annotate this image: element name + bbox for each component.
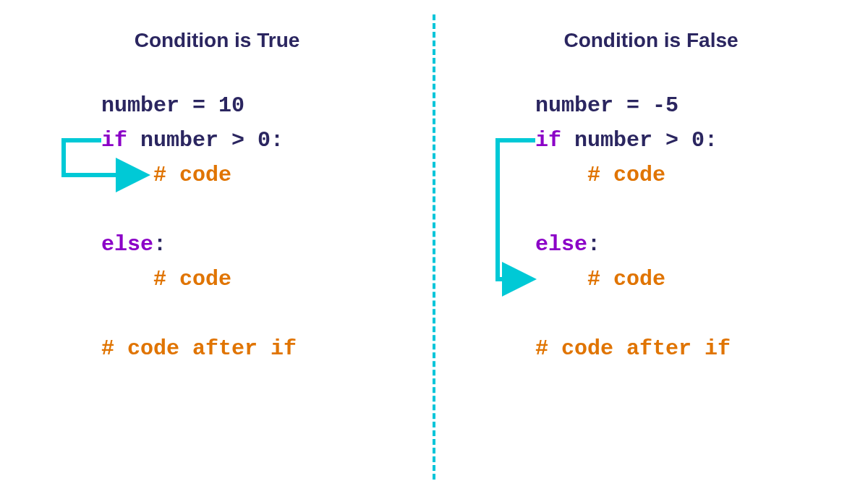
left-line-2: if number > 0: xyxy=(101,123,405,158)
code-text: number > 0: xyxy=(127,128,284,153)
right-heading: Condition is False xyxy=(463,29,839,52)
right-line-5: # code xyxy=(535,262,839,297)
right-line-3: # code xyxy=(535,158,839,192)
left-panel: Condition is True number = 10 if number … xyxy=(0,0,434,494)
keyword-else: else xyxy=(101,232,153,257)
left-line-3: # code xyxy=(101,158,405,192)
code-comment: # code xyxy=(535,163,665,187)
right-line-4: else: xyxy=(535,227,839,262)
keyword-else: else xyxy=(535,232,587,257)
keyword-if: if xyxy=(101,128,127,153)
blank-gap xyxy=(101,192,405,227)
blank-gap xyxy=(535,297,839,331)
code-comment: # code after if xyxy=(101,336,297,361)
left-line-4: else: xyxy=(101,227,405,262)
colon: : xyxy=(587,232,600,257)
code-text: number = 10 xyxy=(101,93,244,118)
right-code: number = -5 if number > 0: # code else: … xyxy=(535,88,839,366)
left-line-6: # code after if xyxy=(101,331,405,366)
left-line-1: number = 10 xyxy=(101,88,405,123)
left-heading: Condition is True xyxy=(29,29,405,52)
keyword-if: if xyxy=(535,128,561,153)
left-code: number = 10 if number > 0: # code else: … xyxy=(101,88,405,366)
diagram-container: Condition is True number = 10 if number … xyxy=(0,0,868,494)
blank-gap xyxy=(101,297,405,331)
colon: : xyxy=(153,232,166,257)
code-comment: # code xyxy=(101,267,231,291)
right-line-6: # code after if xyxy=(535,331,839,366)
left-line-5: # code xyxy=(101,262,405,297)
right-line-2: if number > 0: xyxy=(535,123,839,158)
code-comment: # code xyxy=(101,163,231,187)
code-comment: # code xyxy=(535,267,665,291)
code-text: number > 0: xyxy=(561,128,718,153)
code-text: number = -5 xyxy=(535,93,678,118)
right-line-1: number = -5 xyxy=(535,88,839,123)
right-panel: Condition is False number = -5 if number… xyxy=(434,0,868,494)
blank-gap xyxy=(535,192,839,227)
code-comment: # code after if xyxy=(535,336,731,361)
